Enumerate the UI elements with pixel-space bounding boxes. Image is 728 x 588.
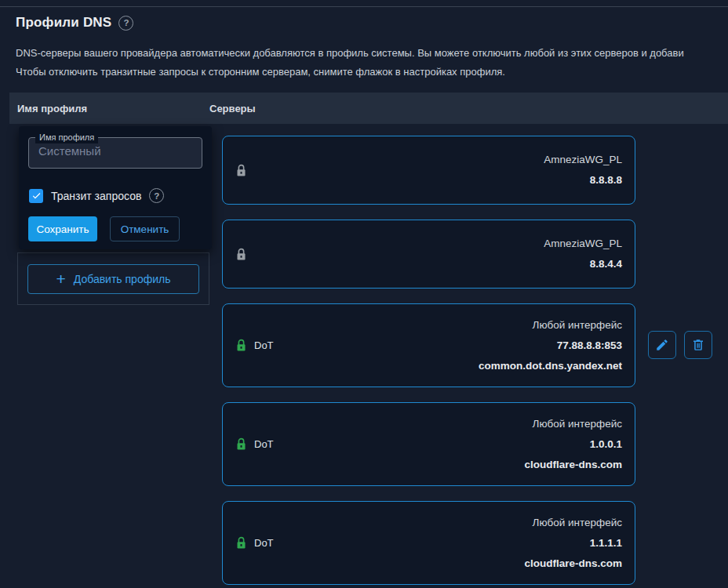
page-title: Профили DNS (16, 15, 111, 31)
dns-server-card: DoT Любой интерфейс 77.88.8.8:853 common… (222, 303, 635, 387)
server-card-info: AmneziaWG_PL 8.8.8.8 (544, 150, 622, 191)
server-card-left: DoT (235, 437, 274, 451)
server-address: 8.8.8.8 (544, 170, 622, 191)
edit-button[interactable] (648, 331, 676, 359)
dns-server-card: AmneziaWG_PL 8.8.4.4 (222, 220, 635, 289)
server-interface: Любой интерфейс (524, 513, 622, 533)
server-address: 77.88.8.8:853 (479, 336, 622, 356)
check-icon (31, 191, 42, 201)
profile-name-label: Имя профиля (35, 132, 98, 143)
server-protocol: DoT (254, 438, 274, 450)
column-header-profile-name: Имя профиля (9, 103, 209, 114)
server-interface: Любой интерфейс (479, 315, 622, 336)
page-description: DNS-серверы вашего провайдера автоматиче… (16, 44, 728, 82)
server-list: AmneziaWG_PL 8.8.8.8 AmneziaWG_PL 8.8.4.… (222, 136, 635, 585)
profile-name-input[interactable] (37, 143, 194, 158)
lock-icon (235, 164, 247, 177)
help-glyph: ? (123, 18, 129, 27)
server-address: 8.8.4.4 (544, 254, 622, 274)
column-header-servers: Серверы (209, 103, 256, 114)
server-card-info: Любой интерфейс 1.1.1.1 cloudflare-dns.c… (524, 513, 622, 574)
server-card-left: DoT (235, 536, 274, 550)
lock-icon (235, 536, 247, 550)
dns-server-card: DoT Любой интерфейс 1.0.0.1 cloudflare-d… (222, 402, 635, 486)
page-header: Профили DNS ? (16, 15, 133, 31)
lock-icon (235, 339, 247, 352)
profile-edit-form: Имя профиля Транзит запросов ? Сохранить… (19, 126, 212, 249)
lock-icon (235, 248, 247, 261)
server-interface: Любой интерфейс (524, 414, 622, 434)
save-button[interactable]: Сохранить (28, 216, 97, 241)
server-card-left: DoT (235, 339, 274, 352)
top-divider (0, 6, 728, 7)
server-hostname: cloudflare-dns.com (524, 554, 622, 574)
dns-server-card: DoT Любой интерфейс 1.1.1.1 cloudflare-d… (222, 501, 635, 585)
server-card-info: Любой интерфейс 77.88.8.8:853 common.dot… (479, 315, 622, 376)
trash-icon (691, 338, 705, 352)
pencil-icon (655, 338, 669, 352)
transit-label: Транзит запросов (51, 190, 141, 202)
server-card-info: Любой интерфейс 1.0.0.1 cloudflare-dns.c… (524, 414, 622, 475)
page-description-line1: DNS-серверы вашего провайдера автоматиче… (16, 44, 728, 63)
server-actions (648, 331, 712, 359)
form-buttons: Сохранить Отменить (28, 216, 180, 241)
table-header: Имя профиля Серверы (9, 93, 728, 124)
add-profile-label: Добавить профиль (74, 273, 171, 285)
server-address: 1.0.0.1 (524, 434, 622, 455)
server-address: 1.1.1.1 (524, 533, 622, 554)
add-profile-cell: + Добавить профиль (17, 252, 209, 305)
server-card-info: AmneziaWG_PL 8.8.4.4 (544, 234, 622, 274)
server-card-left (235, 248, 247, 261)
lock-icon (235, 437, 247, 451)
cancel-button[interactable]: Отменить (110, 216, 180, 241)
dns-server-card: AmneziaWG_PL 8.8.8.8 (222, 136, 635, 205)
server-card-left (235, 164, 247, 177)
transit-checkbox[interactable] (29, 189, 43, 203)
transit-row: Транзит запросов ? (29, 188, 164, 203)
server-name: AmneziaWG_PL (544, 150, 622, 170)
server-protocol: DoT (254, 339, 274, 351)
help-icon[interactable]: ? (118, 16, 133, 31)
server-hostname: common.dot.dns.yandex.net (479, 356, 622, 376)
add-profile-button[interactable]: + Добавить профиль (27, 264, 199, 294)
server-protocol: DoT (254, 537, 274, 549)
profile-name-field: Имя профиля (28, 137, 202, 169)
delete-button[interactable] (684, 331, 712, 359)
server-hostname: cloudflare-dns.com (524, 455, 622, 475)
transit-help-icon[interactable]: ? (149, 188, 164, 203)
plus-icon: + (56, 270, 66, 287)
help-glyph: ? (154, 191, 159, 201)
page-description-line2: Чтобы отключить транзитные запросы к сто… (16, 63, 728, 82)
server-name: AmneziaWG_PL (544, 234, 622, 254)
